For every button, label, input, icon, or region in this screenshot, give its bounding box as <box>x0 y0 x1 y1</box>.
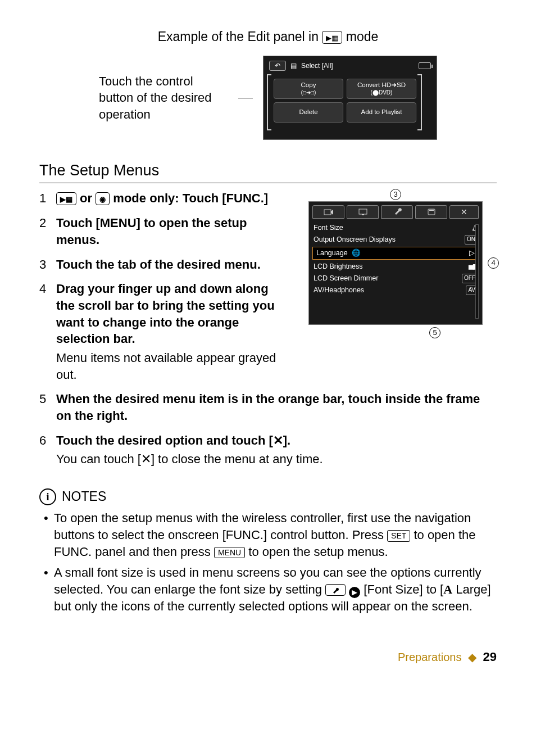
title-prefix: Example of the Edit panel in <box>158 29 322 44</box>
wrench-icon <box>331 586 339 594</box>
delete-button[interactable]: Delete <box>274 102 343 123</box>
step-number-5: 5 <box>39 391 49 424</box>
panel-frame-right <box>417 74 422 130</box>
close-x-icon: ✕ <box>273 433 283 447</box>
tab-memory[interactable] <box>415 205 447 219</box>
info-icon: i <box>39 488 56 505</box>
edit-panel: ↶ ▤ Select [All] Copy (□➔□) Convert HD➜S… <box>263 56 437 140</box>
copy-button[interactable]: Copy (□➔□) <box>274 79 343 99</box>
page-number: 29 <box>483 650 497 664</box>
video-icon <box>324 208 334 216</box>
menu-item-output-osd[interactable]: Output Onscreen Displays ON <box>314 234 478 246</box>
battery-icon <box>419 62 431 69</box>
menu-key: MENU <box>214 547 245 559</box>
menu-item-lcd-dimmer[interactable]: LCD Screen Dimmer OFF <box>314 273 478 284</box>
svg-rect-0 <box>324 210 331 215</box>
menu-item-av-headphones[interactable]: AV/Headphones AV <box>314 284 478 296</box>
page-footer: Preparations ◆ 29 <box>39 649 497 666</box>
diamond-icon: ◆ <box>468 651 476 663</box>
set-key: SET <box>387 530 410 542</box>
wrench-badge-icon <box>325 584 346 596</box>
camera-mode-icon: ◉ <box>96 192 110 205</box>
note-1: To open the setup menus with the wireles… <box>43 510 497 560</box>
step-number-2: 2 <box>39 215 49 248</box>
setup-menus-heading: The Setup Menus <box>39 160 497 183</box>
step-1: ▶▦ or ◉ mode only: Touch [FUNC.] <box>56 190 287 207</box>
close-x-icon: ✕ <box>141 452 151 466</box>
step-2: Touch [MENU] to open the setup menus. <box>56 215 287 248</box>
example-title: Example of the Edit panel in ▶▦ mode <box>39 28 497 46</box>
note-2: A small font size is used in menu screen… <box>43 564 497 614</box>
close-icon: ✕ <box>461 207 467 216</box>
svg-rect-1 <box>359 209 367 214</box>
select-all-label[interactable]: Select [All] <box>301 61 414 70</box>
step-number-4: 4 <box>39 280 49 383</box>
svg-rect-4 <box>429 210 434 211</box>
globe-icon: 🌐 <box>352 249 361 257</box>
step-6: Touch the desired option and touch [✕]. … <box>56 432 497 468</box>
wrench-icon <box>393 207 402 216</box>
step-number-1: 1 <box>39 190 49 207</box>
menu-item-language-selected[interactable]: Language 🌐 ▷ <box>312 247 479 260</box>
connector-line <box>238 98 253 98</box>
step-3: Touch the tab of the desired menu. <box>56 256 287 273</box>
chapter-name: Preparations <box>398 651 461 663</box>
callout-3: 3 <box>390 189 401 200</box>
caption-touch-control: Touch the control button of the desired … <box>99 73 228 123</box>
tab-wrench[interactable] <box>381 205 413 219</box>
notes-list: To open the setup menus with the wireles… <box>43 510 497 614</box>
notes-heading: NOTES <box>62 488 106 505</box>
scrollbar[interactable] <box>475 224 479 319</box>
grid-icon: ▤ <box>290 61 297 70</box>
convert-button[interactable]: Convert HD➜SD (⬤DVD) <box>347 79 416 99</box>
menu-item-font-size[interactable]: Font Size A <box>314 222 478 234</box>
tab-close[interactable]: ✕ <box>449 205 479 219</box>
tab-video[interactable] <box>312 205 344 219</box>
add-to-playlist-button[interactable]: Add to Playlist <box>347 102 416 123</box>
filmstrip-mode-icon: ▶▦ <box>322 31 342 44</box>
menu-item-lcd-brightness[interactable]: LCD Brightness ▅▆ <box>314 261 478 273</box>
memory-icon <box>427 208 436 216</box>
panel-frame-left <box>267 74 271 130</box>
callout-4: 4 <box>488 257 499 269</box>
arrow-disc-icon: ▶ <box>349 587 360 598</box>
filmstrip-mode-icon: ▶▦ <box>56 192 76 205</box>
tab-display[interactable] <box>347 205 379 219</box>
large-a-icon: A <box>443 582 452 596</box>
svg-rect-2 <box>362 214 364 215</box>
display-icon <box>358 208 368 216</box>
title-suffix: mode <box>346 29 379 44</box>
back-icon[interactable]: ↶ <box>269 61 286 71</box>
setup-panel: ✕ Font Size A Output Onscreen Displays O… <box>308 201 483 325</box>
step-4: Drag your finger up and down along the s… <box>56 280 287 383</box>
step-number-3: 3 <box>39 256 49 273</box>
step-number-6: 6 <box>39 432 49 468</box>
step-5: When the desired menu item is in the ora… <box>56 391 497 424</box>
setup-menu-figure: 3 4 5 ✕ <box>294 191 497 335</box>
chevron-right-icon: ▷ <box>469 248 475 258</box>
